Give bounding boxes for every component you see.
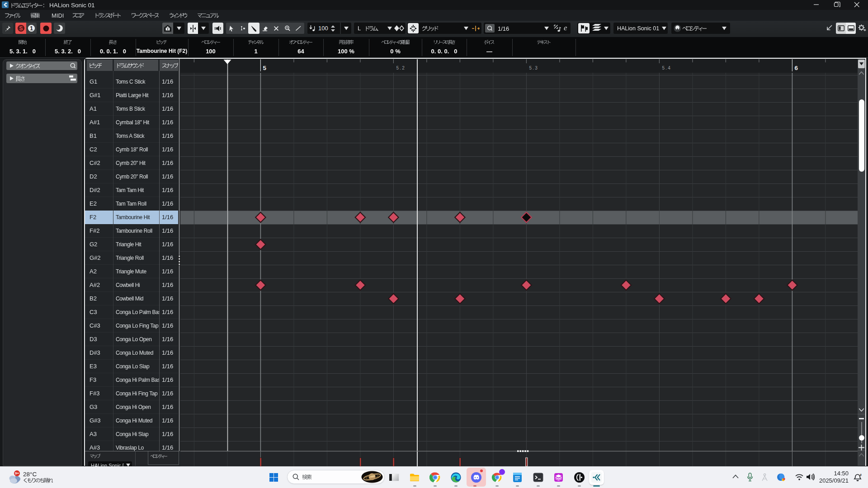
svg-text:6: 6 [794, 65, 798, 71]
svg-text:5.4: 5.4 [662, 66, 671, 70]
svg-text:5.3: 5.3 [529, 66, 538, 70]
svg-text:S: S [19, 25, 23, 32]
svg-text:5: 5 [263, 65, 266, 71]
svg-text:1: 1 [30, 25, 33, 32]
svg-text:5.2: 5.2 [396, 66, 406, 70]
svg-text:z: z [860, 473, 862, 477]
